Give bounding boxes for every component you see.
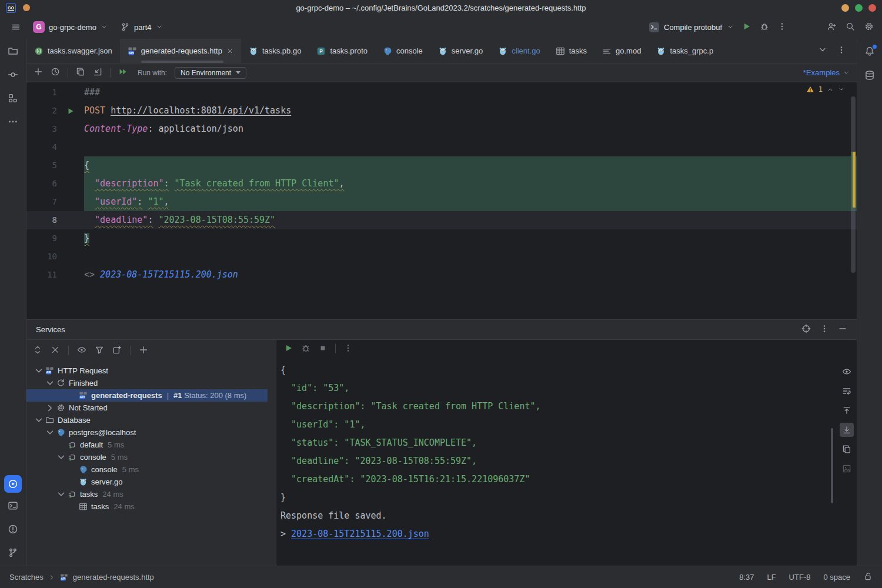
chevron-down-icon[interactable] — [45, 379, 55, 388]
tab-tasks-proto[interactable]: Ptasks.proto — [309, 39, 375, 63]
lock-open-button[interactable] — [863, 572, 873, 583]
console-image-button[interactable] — [840, 462, 854, 476]
tool-window-button-terminal[interactable] — [8, 500, 18, 513]
status-item-1[interactable]: LF — [767, 573, 776, 582]
chevron-down-icon[interactable] — [34, 416, 44, 425]
tree-item-tasks[interactable]: tasks24 ms — [26, 500, 276, 513]
clock-button[interactable] — [51, 67, 60, 78]
tab-tasks-pb-go[interactable]: tasks.pb.go — [241, 39, 309, 63]
run-gutter-icon[interactable] — [66, 106, 75, 116]
bug-button[interactable] — [301, 343, 310, 355]
tool-window-button-structure[interactable] — [8, 93, 18, 105]
stop-button[interactable] — [318, 343, 328, 355]
tab-server-go[interactable]: server.go — [430, 39, 490, 63]
services-minus-button[interactable] — [838, 324, 847, 335]
branch-selector[interactable]: part4 — [117, 21, 166, 34]
plus-button[interactable] — [139, 345, 148, 356]
plus-button[interactable] — [34, 67, 43, 78]
tool-window-button-more[interactable] — [8, 116, 18, 129]
tab-go-mod[interactable]: go.mod — [594, 39, 649, 63]
tab-console[interactable]: console — [375, 39, 430, 63]
import-button[interactable] — [93, 67, 102, 78]
tool-window-button-database[interactable] — [864, 70, 875, 82]
tool-window-button-problems[interactable] — [8, 524, 18, 536]
chevron-down-icon[interactable] — [56, 490, 66, 499]
notifications-button[interactable] — [864, 46, 875, 58]
search-button[interactable] — [846, 22, 855, 33]
tree-item-generated-requests[interactable]: APIgenerated-requests|#1 Status: 200 (8 … — [26, 389, 276, 402]
tab-chevron-down-button[interactable] — [818, 45, 827, 56]
main-menu-button[interactable] — [8, 19, 24, 35]
tool-window-button-folder[interactable] — [8, 46, 18, 58]
tab-generated-requests-http[interactable]: APIgenerated-requests.http — [120, 39, 241, 63]
ellipsis-v-button[interactable] — [343, 343, 353, 355]
tree-item-not-started[interactable]: Not Started — [26, 402, 276, 414]
tab-ellipsis-v-button[interactable] — [837, 45, 846, 56]
breadcrumb-file[interactable]: generated-requests.http — [73, 573, 154, 582]
folder-icon — [8, 46, 18, 56]
tree-item-server-go[interactable]: server.go — [26, 476, 276, 488]
line-number: 2 — [26, 102, 57, 120]
tree-item-tasks[interactable]: tasks24 ms — [26, 488, 276, 500]
run-all-button[interactable] — [118, 67, 128, 78]
chevron-right-icon[interactable] — [45, 403, 55, 413]
bug-button[interactable] — [760, 22, 769, 33]
console-eye-button[interactable] — [840, 365, 854, 379]
status-item-2[interactable]: UTF-8 — [789, 573, 811, 582]
tool-window-button-services-play[interactable] — [4, 475, 22, 493]
tab-scrollbar[interactable] — [141, 61, 223, 63]
tree-item-finished[interactable]: Finished — [26, 377, 276, 389]
tree-item-postgres-localhost[interactable]: postgres@localhost — [26, 426, 276, 439]
chevron-down-icon[interactable] — [34, 366, 44, 376]
tree-item-database[interactable]: Database — [26, 414, 276, 426]
tab-tasks[interactable]: tasks — [548, 39, 594, 63]
ellipsis-v-button[interactable] — [777, 22, 787, 33]
eye-button[interactable] — [77, 345, 86, 356]
play-button[interactable] — [284, 343, 293, 355]
response-console[interactable]: { "id": "53", "description": "Task creat… — [276, 358, 857, 566]
services-target-button[interactable] — [801, 324, 811, 335]
services-ellipsis-v-button[interactable] — [820, 324, 829, 335]
response-file-link[interactable]: 2023-08-15T215115.200.json — [291, 529, 429, 539]
console-scroll-bottom-button[interactable] — [840, 423, 854, 437]
window-close-button[interactable] — [868, 4, 876, 12]
project-selector[interactable]: G go-grpc-demo — [29, 19, 111, 35]
tree-item-http-request[interactable]: APIHTTP Request — [26, 365, 276, 377]
console-scrollbar[interactable] — [831, 428, 833, 503]
console-scroll-top-button[interactable] — [840, 403, 854, 417]
inspection-widget[interactable]: 1 — [806, 85, 845, 93]
filter-button[interactable] — [95, 345, 104, 356]
tree-item-default[interactable]: default5 ms — [26, 439, 276, 451]
tab-tasks-grpc-p[interactable]: tasks_grpc.p — [649, 39, 721, 63]
console-copy-button[interactable] — [840, 442, 854, 456]
environment-dropdown[interactable]: No Environment — [175, 67, 246, 79]
expand-all-button[interactable] — [33, 345, 42, 356]
tab-tasks-swagger-json[interactable]: tasks.swagger.json — [26, 39, 120, 63]
status-item-0[interactable]: 8:37 — [739, 573, 754, 582]
close-icon[interactable] — [226, 48, 233, 55]
duration: 5 ms — [111, 453, 128, 462]
status-item-3[interactable]: 0 space — [823, 573, 850, 582]
gear-button[interactable] — [864, 22, 874, 33]
chevron-down-icon[interactable] — [838, 86, 845, 93]
tree-item-console[interactable]: console5 ms — [26, 463, 276, 476]
tool-window-button-commit[interactable] — [8, 69, 18, 82]
play-button[interactable] — [742, 22, 751, 33]
chevron-down-icon[interactable] — [45, 428, 55, 437]
tree-item-console[interactable]: console5 ms — [26, 451, 276, 463]
chevron-down-icon[interactable] — [56, 453, 66, 462]
console-wrap-button[interactable] — [840, 384, 854, 398]
run-configuration-selector[interactable]: Compile protobuf — [649, 22, 734, 32]
person-add-button[interactable] — [827, 22, 836, 33]
examples-link[interactable]: *Examples — [803, 68, 850, 77]
breadcrumb-scratches[interactable]: Scratches — [9, 573, 44, 582]
chevron-up-icon[interactable] — [827, 86, 834, 93]
window-maximize-button[interactable] — [855, 4, 863, 12]
new-frame-button[interactable] — [112, 345, 122, 356]
code-editor[interactable]: 1###2POST http://localhost:8081/api/v1/t… — [26, 82, 857, 319]
collapse-all-button[interactable] — [51, 345, 60, 356]
copy-button[interactable] — [76, 67, 85, 78]
window-minimize-button[interactable] — [841, 4, 849, 12]
tool-window-button-git-branch[interactable] — [8, 547, 18, 560]
tab-client-go[interactable]: client.go — [490, 39, 547, 63]
